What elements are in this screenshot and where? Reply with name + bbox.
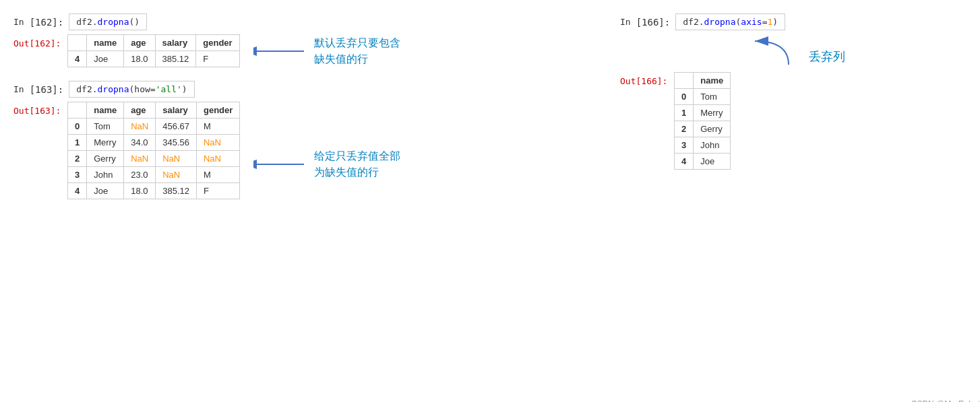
col-header-salary: salary xyxy=(156,102,197,119)
cell-163-code: df2.dropna(how='all') xyxy=(69,81,194,98)
right-panel: In [166]: df2.dropna(axis=1) xyxy=(620,13,980,183)
table-row: 4 Joe 18.0 385.12 F xyxy=(68,51,240,67)
col-header-salary: salary xyxy=(155,35,196,51)
cell-163-in-num: [163]: xyxy=(30,84,64,95)
cell-age: 34.0 xyxy=(124,135,156,151)
cell-name: John xyxy=(87,167,124,183)
cell-162-in-label: In xyxy=(13,17,24,27)
cell-salary: 385.12 xyxy=(156,183,197,199)
cell-idx: 2 xyxy=(675,121,694,137)
cell-166-annotation: 丢弃列 xyxy=(809,48,845,66)
cell-age: 18.0 xyxy=(124,51,155,67)
cell-163-annotation: 给定只丢弃值全部 为缺失值的行 xyxy=(314,148,400,180)
col-header-idx xyxy=(675,73,694,89)
table-row: 3 John xyxy=(675,137,731,154)
cell-idx: 0 xyxy=(68,119,87,135)
col-header-name: name xyxy=(694,73,731,89)
cell-name: Joe xyxy=(87,51,124,67)
table-row: 1 Merry 34.0 345.56 NaN xyxy=(68,135,240,151)
col-header-name: name xyxy=(87,102,124,119)
cell-idx: 2 xyxy=(68,151,87,167)
left-panel: In [162]: df2.dropna() Out[162]: na xyxy=(13,13,593,213)
cell-idx: 4 xyxy=(68,183,87,199)
cell-162-code-text: df2.dropna() xyxy=(76,17,140,27)
cell-163-annotation-block: 给定只丢弃值全部 为缺失值的行 xyxy=(253,121,400,180)
arrow-up-166 xyxy=(735,34,802,68)
cell-162: In [162]: df2.dropna() Out[162]: na xyxy=(13,13,593,67)
cell-salary: NaN xyxy=(156,151,197,167)
cell-162-in-num: [162]: xyxy=(30,17,64,28)
cell-gender: M xyxy=(196,167,239,183)
cell-name: Gerry xyxy=(694,121,731,137)
cell-162-code: df2.dropna() xyxy=(69,13,147,30)
cell-166-in-num: [166]: xyxy=(636,17,671,28)
cell-age: 23.0 xyxy=(124,167,156,183)
cell-age: 18.0 xyxy=(124,183,156,199)
cell-166-table: name 0 Tom 1 Merry xyxy=(674,72,731,170)
cell-162-output-row: Out[162]: name age salary gender xyxy=(13,34,593,67)
cell-162-input-row: In [162]: df2.dropna() xyxy=(13,13,593,30)
cell-idx: 0 xyxy=(675,89,694,105)
col-header-gender: gender xyxy=(196,102,239,119)
cell-name: Tom xyxy=(87,119,124,135)
cell-age: NaN xyxy=(124,119,156,135)
table-row: 0 Tom xyxy=(675,89,731,105)
table-row: 0 Tom NaN 456.67 M xyxy=(68,119,240,135)
cell-name: Tom xyxy=(694,89,731,105)
cell-gender: F xyxy=(196,183,239,199)
cell-idx: 1 xyxy=(675,105,694,121)
cell-salary: 385.12 xyxy=(155,51,196,67)
cell-163-code-text: df2.dropna(how='all') xyxy=(76,84,187,94)
cell-name: Joe xyxy=(694,154,731,170)
cell-salary: 456.67 xyxy=(156,119,197,135)
cell-166-out-label: Out[166]: xyxy=(620,72,674,86)
cell-162-out-label: Out[162]: xyxy=(13,34,67,48)
cell-gender: NaN xyxy=(196,135,239,151)
cell-gender: F xyxy=(196,51,239,67)
table-row: 2 Gerry xyxy=(675,121,731,137)
cell-salary: NaN xyxy=(156,167,197,183)
cell-salary: 345.56 xyxy=(156,135,197,151)
cell-166-code-text: df2.dropna(axis=1) xyxy=(683,17,778,27)
cell-162-annotation-block: 默认丢弃只要包含 缺失值的行 xyxy=(253,35,400,67)
cell-idx: 3 xyxy=(68,167,87,183)
cell-name: John xyxy=(694,137,731,154)
cell-166-code: df2.dropna(axis=1) xyxy=(675,13,785,30)
cell-163-output-row: Out[163]: name age salary gender xyxy=(13,102,593,199)
cell-name: Joe xyxy=(87,183,124,199)
col-header-gender: gender xyxy=(196,35,239,51)
watermark: CSDN @Mr_Robot xyxy=(911,399,980,402)
cell-age: NaN xyxy=(124,151,156,167)
cell-163: In [163]: df2.dropna(how='all') Out[163]… xyxy=(13,81,593,199)
cell-idx: 3 xyxy=(675,137,694,154)
table-row: 1 Merry xyxy=(675,105,731,121)
table-row: 4 Joe 18.0 385.12 F xyxy=(68,183,240,199)
cell-gender: M xyxy=(196,119,239,135)
arrow-left-162 xyxy=(253,41,307,61)
cell-gender: NaN xyxy=(196,151,239,167)
cell-163-in-label: In xyxy=(13,84,24,94)
table-row: 2 Gerry NaN NaN NaN xyxy=(68,151,240,167)
cell-166-annotation-arrow-block: 丢弃列 xyxy=(735,34,980,68)
col-header-name: name xyxy=(87,35,124,51)
cell-name: Merry xyxy=(694,105,731,121)
col-header-age: age xyxy=(124,102,156,119)
cell-163-out-label: Out[163]: xyxy=(13,102,67,116)
cell-166-in-label: In xyxy=(620,17,631,27)
cell-166-output-row: Out[166]: name 0 Tom xyxy=(620,72,980,170)
cell-idx: 1 xyxy=(68,135,87,151)
col-header-age: age xyxy=(124,35,155,51)
table-row: 4 Joe xyxy=(675,154,731,170)
cell-162-table: name age salary gender 4 Joe xyxy=(67,34,240,67)
cell-166-input-row: In [166]: df2.dropna(axis=1) xyxy=(620,13,980,30)
cell-idx: 4 xyxy=(675,154,694,170)
cell-name: Gerry xyxy=(87,151,124,167)
col-header-idx xyxy=(68,35,87,51)
cell-162-annotation: 默认丢弃只要包含 缺失值的行 xyxy=(314,35,400,67)
cell-163-table: name age salary gender 0 Tom xyxy=(67,102,240,199)
col-header-idx xyxy=(68,102,87,119)
table-row: 3 John 23.0 NaN M xyxy=(68,167,240,183)
arrow-left-163 xyxy=(253,154,307,174)
cell-idx: 4 xyxy=(68,51,87,67)
cell-name: Merry xyxy=(87,135,124,151)
